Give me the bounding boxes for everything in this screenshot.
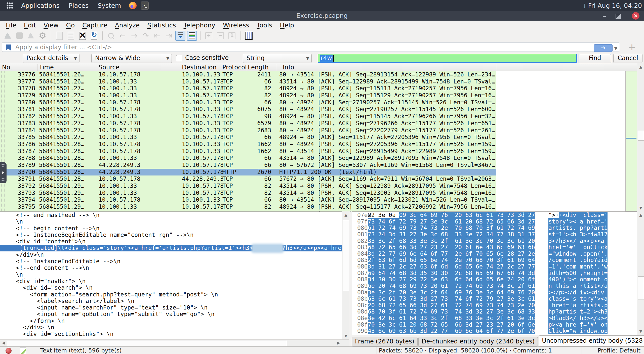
packet-row[interactable]: 33792568415501.29…10.100.1.3310.10.57.17…: [0, 183, 496, 190]
find-charset-dropdown[interactable]: Narrow & Wide ▼: [91, 54, 172, 63]
column-header-time[interactable]: Time: [39, 64, 54, 71]
detail-line[interactable]: <div id="content">\n: [0, 238, 342, 245]
detail-line[interactable]: <div id="sectionLinks"> \n: [0, 331, 342, 337]
menu-view[interactable]: View: [40, 22, 62, 29]
window-title-bar[interactable]: Exercise.pcapng – ×: [0, 11, 644, 21]
bytes-vscrollbar[interactable]: ▲ ▼: [637, 211, 644, 335]
hex-row[interactable]: 087069 64 74 68 3d 35 30 30 2c 68 65 69 …: [352, 270, 637, 276]
packet-list-scrollbar[interactable]: ▲ ▼: [637, 63, 644, 211]
detail-line[interactable]: <input name="searchFor" type="text" size…: [0, 304, 342, 311]
selected-packet-handle[interactable]: [0, 162, 7, 183]
app-grid-icon[interactable]: [7, 2, 13, 9]
close-icon[interactable]: ×: [632, 12, 639, 20]
start-capture-icon[interactable]: [3, 31, 13, 41]
menu-capture[interactable]: Capture: [78, 22, 111, 29]
case-sensitive-checkbox[interactable]: [176, 55, 182, 61]
zoom-reset-icon[interactable]: 1: [227, 31, 237, 41]
detail-line[interactable]: <!-- InstanceBeginEditable name="content…: [0, 232, 342, 238]
find-type-dropdown[interactable]: String ▼: [243, 54, 312, 63]
hex-row[interactable]: 080061 72 74 69 73 74 73 2e 70 68 70 3f …: [352, 225, 637, 231]
packet-list-header[interactable]: No.TimeSourceDestinationProtocolLengthIn…: [0, 63, 637, 71]
packet-row[interactable]: 33793568415501.29…10.100.1.3310.10.57.17…: [0, 190, 496, 197]
minimize-icon[interactable]: –: [602, 12, 606, 20]
column-divider[interactable]: [246, 64, 246, 71]
scrollbar-thumb[interactable]: [638, 131, 644, 141]
hex-row[interactable]: 08b063 6c 61 73 73 3d 27 73 74 6f 72 79 …: [352, 295, 637, 302]
find-button[interactable]: Find: [579, 54, 611, 63]
packet-row[interactable]: 33787568415501.28…10.10.57.17810.100.1.3…: [0, 148, 496, 155]
scroll-left-icon[interactable]: ◀: [0, 340, 7, 346]
display-filter-input[interactable]: Apply a display filter ... <Ctrl-/> ➜ ▼: [2, 42, 620, 52]
column-divider[interactable]: [277, 64, 277, 71]
find-packet-icon[interactable]: [106, 31, 116, 41]
scroll-down-icon[interactable]: ▼: [637, 204, 644, 211]
tab-uncompressed[interactable]: Uncompressed entity body (5328 bytes): [539, 335, 644, 346]
menu-wireless[interactable]: Wireless: [219, 22, 253, 29]
detail-line[interactable]: <input name="goButton" type="submit" val…: [0, 311, 342, 317]
packet-row[interactable]: 33786568415501.28…10.10.57.17810.100.1.3…: [0, 141, 496, 148]
hex-row[interactable]: 08603d 31 27 2c 27 63 6f 6d 6d 65 6e 74 …: [352, 263, 637, 270]
hex-row[interactable]: 08a03e 3c 2f 70 3e 3c 2f 64 69 76 3e 3c …: [352, 289, 637, 296]
detail-line[interactable]: <!-- begin content -->\n: [0, 225, 342, 232]
menu-go[interactable]: Go: [62, 22, 79, 29]
maximize-icon[interactable]: [616, 14, 621, 19]
resize-columns-icon[interactable]: [244, 31, 254, 41]
expert-info-icon[interactable]: [6, 348, 12, 354]
zoom-in-icon[interactable]: +: [204, 31, 214, 41]
packet-row[interactable]: 33779568415501.27…10.100.1.3310.10.57.17…: [0, 92, 496, 99]
menu-statistics[interactable]: Statistics: [143, 22, 180, 29]
column-header-info[interactable]: Info: [283, 64, 294, 71]
scrollbar-thumb[interactable]: [638, 276, 644, 299]
hex-row[interactable]: 083068 72 65 66 3d 27 23 27 20 6f 6e 43 …: [352, 244, 637, 250]
packet-row[interactable]: 33780568415501.27…10.10.57.17810.100.1.3…: [0, 99, 496, 106]
packet-row[interactable]: 33781568415501.27…10.10.57.17810.100.1.3…: [0, 106, 496, 113]
capture-options-icon[interactable]: [37, 31, 48, 41]
menu-help[interactable]: Help: [276, 22, 298, 29]
auto-scroll-icon[interactable]: [175, 31, 185, 41]
find-input[interactable]: r4w: [318, 54, 577, 63]
open-file-icon[interactable]: [54, 31, 64, 41]
scroll-right-icon[interactable]: ▶: [335, 340, 342, 346]
hex-row[interactable]: 08502f 63 6f 6d 6d 65 6e 74 2e 70 68 70 …: [352, 257, 637, 263]
hex-row[interactable]: 08d068 70 3f 61 72 74 69 73 74 3d 32 27 …: [352, 308, 637, 315]
hex-row[interactable]: 08e03e 42 6c 61 64 33 3c 2f 68 33 3e 3c …: [352, 315, 637, 321]
detail-line[interactable]: <label>search art</label> \n: [0, 298, 342, 304]
terminal-icon[interactable]: >_: [141, 2, 149, 10]
go-back-icon[interactable]: ←: [117, 31, 128, 41]
hex-row[interactable]: 088034 30 30 27 29 22 3e 63 6f 6d 6d 65 …: [352, 276, 637, 283]
packet-row[interactable]: 33785568415501.27…10.100.1.3310.10.57.17…: [0, 134, 496, 141]
hex-row[interactable]: 08403d 22 77 69 6e 64 6f 77 2e 6f 70 65 …: [352, 250, 637, 257]
detail-line[interactable]: </div> \n: [0, 324, 342, 331]
packet-row[interactable]: 33776568415501.26…10.10.57.17810.100.1.3…: [0, 71, 496, 78]
packet-row[interactable]: 33784568415501.27…10.10.57.17810.100.1.3…: [0, 127, 496, 134]
dropdown-caret-icon[interactable]: ▼: [614, 46, 618, 51]
intelligent-scrollbar-map[interactable]: [625, 71, 637, 211]
column-divider[interactable]: [180, 64, 180, 71]
detail-line[interactable]: <!--end content -->\n: [0, 264, 342, 271]
hex-row[interactable]: 07f073 74 6f 72 79 27 3e 3c 61 20 68 72 …: [352, 218, 637, 225]
hex-row[interactable]: 082033 3c 2f 68 33 3e 3c 2f 61 3e 3c 70 …: [352, 238, 637, 244]
menu-file[interactable]: File: [2, 22, 20, 29]
go-forward-icon[interactable]: →: [129, 31, 139, 41]
apply-arrow-icon[interactable]: ➜: [594, 44, 613, 52]
panel-menu-applications[interactable]: Applications: [17, 0, 64, 11]
plus-icon[interactable]: +: [628, 41, 636, 53]
capture-comment-icon[interactable]: [20, 347, 26, 354]
details-vscrollbar[interactable]: ▲ ▼: [342, 211, 349, 339]
cancel-button[interactable]: Cancel: [613, 54, 642, 63]
scroll-up-icon[interactable]: ▲: [637, 63, 644, 70]
packet-row[interactable]: 33791568415501.28…10.10.57.17844.228.249…: [0, 175, 496, 183]
packet-row[interactable]: 33790568415501.28…44.228.249.310.10.57.1…: [0, 169, 496, 176]
reload-file-icon[interactable]: [89, 31, 99, 41]
scroll-up-icon[interactable]: ▲: [637, 211, 644, 218]
details-hscrollbar[interactable]: ◀ ▶: [0, 339, 349, 347]
detail-line[interactable]: [truncated]\t<div class='story'><a href=…: [0, 245, 342, 251]
column-header-destination[interactable]: Destination: [182, 64, 217, 71]
column-header-length[interactable]: Length: [248, 64, 269, 71]
hex-row[interactable]: 081073 74 3d 31 27 3e 3c 68 33 3e 72 34 …: [352, 231, 637, 238]
detail-line[interactable]: \n: [0, 271, 342, 278]
hex-row[interactable]: 07e022 3e 0a 09 3c 64 69 76 20 63 6c 61 …: [352, 212, 637, 218]
menu-analyze[interactable]: Analyze: [111, 22, 144, 29]
packet-row[interactable]: 33789568415501.28…44.228.249.310.10.57.1…: [0, 162, 496, 169]
packet-row[interactable]: 33777568415501.26…10.100.1.3310.10.57.17…: [0, 78, 496, 85]
